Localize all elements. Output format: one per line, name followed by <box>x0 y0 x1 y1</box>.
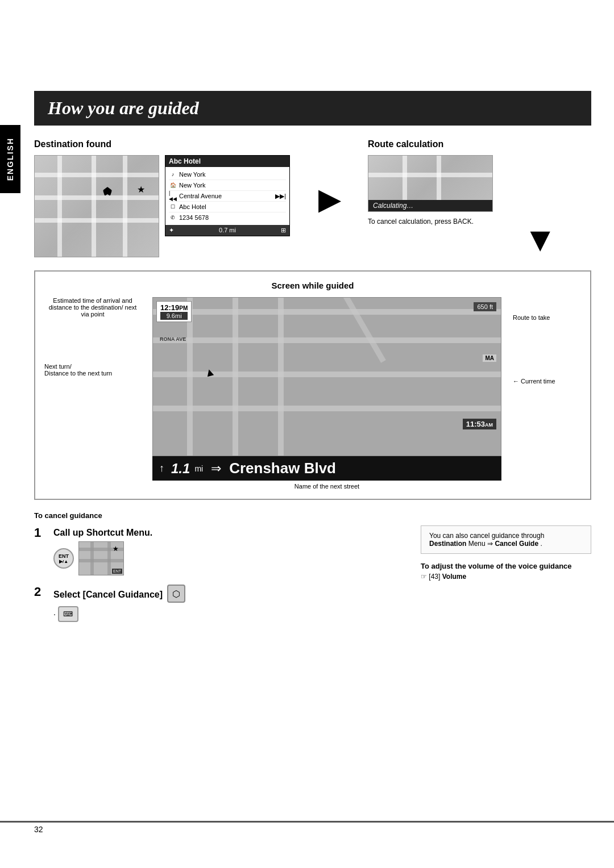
note-cancel: Cancel Guide <box>495 540 538 548</box>
calculating-bar: Calculating… <box>368 200 492 211</box>
road4 <box>153 406 501 411</box>
arrival-time-box: 12:19PM 9.6mi <box>156 301 192 322</box>
map-background: ★ <box>35 156 159 257</box>
map-road-v2 <box>92 156 96 257</box>
map-road <box>35 218 159 223</box>
s1-road2 <box>79 559 123 562</box>
map-road <box>35 173 159 177</box>
ent-button-step1[interactable]: ENT ▶/▲ <box>53 548 74 569</box>
note-menu: Menu ⇒ <box>468 540 493 548</box>
step-1: 1 Call up Shortcut Menu. ENT ▶/▲ <box>34 525 404 575</box>
poi-name: Abc Hotel <box>165 156 289 167</box>
item-text: Abc Hotel <box>179 203 206 210</box>
list-item: ♪ New York <box>169 169 286 180</box>
steps-column: 1 Call up Shortcut Menu. ENT ▶/▲ <box>34 525 404 631</box>
item-text: New York <box>179 182 205 189</box>
s1-road-v2 <box>107 542 111 575</box>
volume-note: To adjust the volume of the voice guidan… <box>421 562 591 581</box>
note-suffix: . <box>540 540 542 548</box>
cancel-guidance-icon: ⬡ <box>167 585 185 603</box>
step-2-number: 2 <box>34 585 48 599</box>
destination-heading: Destination found <box>34 139 290 149</box>
ent-label: ENT <box>59 553 69 559</box>
skip-icon: ▶▶| <box>275 193 286 200</box>
nav-icon: ☐ <box>169 203 177 211</box>
step1-map: ★ ENT <box>78 541 124 575</box>
phone-icon: ✆ <box>169 214 177 222</box>
item-text: New York <box>179 171 205 178</box>
volume-reference: ☞ [43] Volume <box>421 573 591 581</box>
dot-icon: · <box>53 610 56 619</box>
arrow-section: ▶ <box>307 139 351 259</box>
map-road-v3 <box>123 156 127 257</box>
step-2: 2 Select [Cancel Guidance] ⬡ · ⌨ <box>34 585 404 622</box>
map-pin <box>103 187 112 196</box>
current-time-suffix: AM <box>485 422 493 428</box>
current-time-label: ← Current time <box>513 378 581 385</box>
prev-icon: |◀◀ <box>169 192 177 200</box>
next-turn-label: Next turn/ <box>44 363 141 370</box>
step-1-images: ENT ▶/▲ ★ <box>53 541 152 575</box>
car-icon: 🏠 <box>169 181 177 189</box>
steps-layout: 1 Call up Shortcut Menu. ENT ▶/▲ <box>34 525 591 631</box>
down-arrow-icon: ▼ <box>368 220 557 259</box>
list-item: ☐ Abc Hotel <box>169 202 286 212</box>
guided-map: ▲ 12:19PM 9.6mi 650 ft MA RONA AVE <box>152 297 501 456</box>
time-suffix: PM <box>179 305 188 311</box>
scroll-icon: ⌨ <box>58 606 78 622</box>
arrow-symbol-display: ⇒ <box>211 461 221 476</box>
destination-content: ★ Abc Hotel ♪ New York 🏠 New York <box>34 155 290 257</box>
step-2-text: Select [Cancel Guidance] <box>53 590 163 600</box>
street-name-label: Name of the next street <box>152 483 501 490</box>
route-map-container: Calculating… <box>368 155 591 212</box>
list-item: |◀◀ Central Avenue ▶▶| <box>169 191 286 202</box>
title-bar: How you are guided <box>34 91 591 126</box>
bottom-left-labels: Next turn/ Distance to the next turn <box>44 363 141 377</box>
arrival-time-display: 12:19PM <box>160 303 188 312</box>
page-number: 32 <box>34 825 43 834</box>
right-labels: Route to take ← Current time <box>513 314 581 385</box>
step-1-text: Call up Shortcut Menu. <box>53 528 152 538</box>
current-time-display: 11:53AM <box>463 419 496 429</box>
volume-bold: Volume <box>442 573 466 581</box>
map-road-v <box>57 156 62 257</box>
cancel-guidance-section: To cancel guidance 1 Call up Shortcut Me… <box>34 511 591 631</box>
note-prefix: You can also cancel guidance through <box>429 532 544 540</box>
page-title: How you are guided <box>48 98 578 119</box>
poi-list: ♪ New York 🏠 New York |◀◀ Central Avenue… <box>165 167 289 225</box>
guided-screen-title: Screen while guided <box>44 281 581 290</box>
route-to-take-label: Route to take <box>513 314 581 321</box>
s1-road-v <box>90 542 94 575</box>
play-label: ▶/▲ <box>59 559 68 564</box>
list-item: 🏠 New York <box>169 180 286 191</box>
volume-heading: To adjust the volume of the voice guidan… <box>421 562 591 570</box>
destination-section: Destination found ★ <box>34 139 290 259</box>
reference-symbol: ☞ [43] <box>421 573 440 581</box>
destination-map: ★ <box>34 155 159 257</box>
turn-arrow-icon: ↑ <box>159 462 164 474</box>
distance-value: 0.7 mi <box>219 227 236 234</box>
route-road-h <box>368 173 492 177</box>
right-arrow-icon: ▶ <box>318 183 339 215</box>
arrival-label-text: Estimated time of arrival and distance t… <box>49 297 137 318</box>
distance-badge: 650 ft <box>474 302 496 311</box>
step-2-content: Select [Cancel Guidance] ⬡ · ⌨ <box>53 585 185 622</box>
guided-screen-section: Screen while guided Estimated time of ar… <box>34 270 591 500</box>
route-heading: Route calculation <box>368 139 591 149</box>
distance-turn-label: Distance to the next turn <box>44 370 141 377</box>
step-1-number: 1 <box>34 525 48 540</box>
list-item: ✆ 1234 5678 <box>169 212 286 223</box>
view-icon: ⊞ <box>281 227 286 234</box>
time-value: 12:19 <box>160 303 179 312</box>
note-column: You can also cancel guidance through Des… <box>421 525 591 631</box>
poi-footer: ✦ 0.7 mi ⊞ <box>165 225 289 236</box>
s1-star: ★ <box>113 545 119 553</box>
step-2-sub: · ⌨ <box>53 606 185 622</box>
left-labels: Estimated time of arrival and distance t… <box>44 297 141 377</box>
distance-label: ✦ <box>169 227 174 234</box>
distance-unit-display: mi <box>194 464 203 473</box>
top-left-label: Estimated time of arrival and distance t… <box>44 297 141 318</box>
item-text: Central Avenue <box>179 193 222 199</box>
item-text: 1234 5678 <box>179 214 209 221</box>
current-time-value: 11:53 <box>466 420 485 428</box>
